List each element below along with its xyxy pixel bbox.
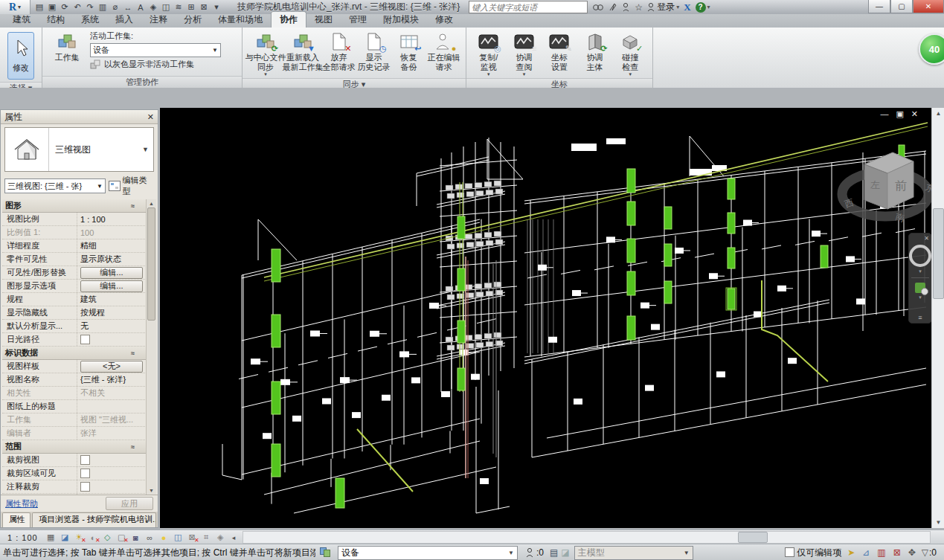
property-value[interactable]: 显示原状态	[77, 253, 147, 265]
select-links-toggle-icon[interactable]: ➤	[847, 547, 855, 558]
detail-level-icon[interactable]: ▦	[45, 532, 57, 543]
tab-结构[interactable]: 结构	[39, 12, 73, 28]
apply-button[interactable]: 应用	[106, 497, 153, 510]
shadows-off-icon[interactable]: ◐✕	[87, 532, 100, 543]
group-header-图形[interactable]: 图形≈	[2, 199, 147, 213]
property-value[interactable]: 编辑...	[77, 280, 147, 292]
zoom-icon[interactable]	[915, 283, 925, 293]
scroll-down-icon[interactable]: ▼	[936, 517, 942, 528]
coordination-review-button[interactable]: ≡协调查阅▾	[507, 30, 542, 78]
temporary-hide-isolate-icon[interactable]: ∞	[144, 532, 156, 543]
chevron-down-icon[interactable]: ▾	[919, 295, 922, 300]
edit-button[interactable]: 编辑...	[80, 280, 143, 292]
property-value[interactable]	[77, 333, 147, 346]
selection-box-icon[interactable]: ◈	[214, 532, 227, 543]
chevron-down-icon[interactable]: ▾	[919, 268, 922, 274]
property-value[interactable]	[77, 480, 147, 493]
scroll-up-icon[interactable]: ▲	[936, 108, 942, 119]
property-value[interactable]: 视图 "三维视...	[77, 413, 147, 426]
analytical-model-icon[interactable]: ⌗	[200, 532, 213, 543]
restore-backup-button[interactable]: ↩恢复备份	[391, 30, 426, 78]
property-value[interactable]: 无	[77, 320, 147, 332]
view-restore-icon[interactable]: ▣	[896, 109, 903, 119]
view-close-icon[interactable]: ✕	[911, 109, 918, 119]
property-value[interactable]: 建筑	[77, 293, 147, 306]
close-icon[interactable]: ✕	[924, 235, 929, 242]
view-minimize-icon[interactable]: —	[880, 109, 888, 119]
tab-注释[interactable]: 注释	[141, 12, 176, 28]
editable-only-checkbox[interactable]: 仅可编辑项	[785, 547, 841, 559]
property-value[interactable]: <无>	[77, 360, 147, 373]
tab-管理[interactable]: 管理	[341, 12, 375, 28]
instance-selector[interactable]: 三维视图: {三维 - 张}▼	[4, 178, 106, 193]
gray-inactive-worksets-toggle[interactable]: 以灰色显示非活动工作集	[90, 59, 221, 70]
view-scale-button[interactable]: 1 : 100	[0, 533, 44, 542]
minimize-button[interactable]: —	[868, 0, 890, 13]
editing-requests-button[interactable]: ●正在编辑请求	[426, 30, 461, 78]
communication-badge[interactable]: 40	[919, 33, 944, 65]
drag-elements-toggle-icon[interactable]: ⊠	[893, 547, 901, 558]
maximize-button[interactable]: ▢	[890, 0, 913, 13]
properties-title-bar[interactable]: 属性 ✕	[1, 110, 158, 124]
close-button[interactable]: ✕	[913, 0, 944, 13]
scroll-left-icon[interactable]: ◂	[228, 534, 240, 541]
tab-插入[interactable]: 插入	[107, 12, 141, 28]
group-header-范围[interactable]: 范围≈	[2, 440, 147, 454]
checkbox[interactable]	[80, 482, 90, 492]
modify-button[interactable]: 修改	[7, 32, 34, 80]
edit-button[interactable]: 编辑...	[80, 267, 143, 279]
view-cube[interactable]: 西南东前左	[829, 136, 931, 236]
reload-latest-button[interactable]: ▼重新载入最新工作集	[284, 30, 321, 78]
editing-requests-indicator[interactable]: :0	[525, 547, 544, 558]
property-value[interactable]: 精细	[77, 239, 147, 252]
relinquish-all-button[interactable]: ✕放弃全部请求	[321, 30, 356, 78]
checkbox[interactable]	[80, 455, 90, 465]
palette-tab-project-browser[interactable]: 项目浏览器 - 技师学院机电培训...	[32, 512, 156, 527]
tab-附加模块[interactable]: 附加模块	[375, 12, 427, 28]
rendering-dialog-icon[interactable]: ◇	[101, 532, 114, 543]
properties-scrollbar[interactable]: ▲ ▼	[146, 199, 156, 495]
horizontal-scrollbar[interactable]	[243, 531, 931, 544]
show-history-button[interactable]: ◷显示历史记录	[356, 30, 391, 78]
type-selector[interactable]: 三维视图 ▼	[4, 127, 154, 172]
drawing-area[interactable]: — ▣ ✕ 西南东前左 ✕ ▾ ▾ ≡	[160, 108, 931, 528]
tab-建筑[interactable]: 建筑	[4, 12, 39, 28]
scrollbar-thumb[interactable]	[738, 532, 768, 543]
sync-central-button[interactable]: ⟳与中心文件同步▾	[247, 30, 284, 78]
property-value[interactable]: {三维 - 张洋}	[77, 373, 147, 386]
interference-check-button[interactable]: ✓碰撞检查▾	[612, 30, 648, 78]
coordinates-button[interactable]: ✎坐标设置	[542, 30, 577, 78]
checkbox[interactable]	[80, 469, 90, 478]
properties-help-link[interactable]: 属性帮助	[5, 498, 38, 509]
reveal-hidden-elements-icon[interactable]: ●	[158, 532, 170, 543]
scrollbar-thumb[interactable]	[147, 207, 155, 321]
favorites-icon[interactable]: ☆	[635, 2, 643, 13]
tab-系统[interactable]: 系统	[73, 12, 107, 28]
scroll-down-icon[interactable]: ▼	[149, 486, 154, 495]
property-value[interactable]: 张洋	[77, 427, 147, 440]
property-value[interactable]	[77, 400, 147, 413]
help-button[interactable]: ?▾	[696, 2, 710, 13]
tab-协作[interactable]: 协作	[271, 11, 306, 28]
tab-体量和场地[interactable]: 体量和场地	[210, 12, 271, 28]
crop-region-icon[interactable]: ◙	[129, 532, 142, 543]
active-workset-status-dropdown[interactable]: 设备▼	[338, 546, 518, 560]
select-underlay-toggle-icon[interactable]: ⊿	[862, 547, 870, 558]
worksets-button[interactable]: 工作集	[47, 30, 87, 63]
edit-type-button[interactable]: 编辑类型	[109, 175, 154, 197]
active-workset-dropdown[interactable]: 设备▼	[90, 43, 221, 57]
property-value[interactable]: 不相关	[77, 387, 147, 399]
sun-path-off-icon[interactable]: ☀✕	[73, 532, 86, 543]
coordination-host-button[interactable]: ⟳协调主体	[577, 30, 613, 78]
design-option-dropdown[interactable]: 主模型▼	[574, 546, 693, 560]
visual-style-icon[interactable]: ◪	[59, 532, 71, 543]
copy-monitor-button[interactable]: ◎复制/监视▾	[471, 30, 507, 78]
property-value[interactable]: 1 : 100	[77, 213, 147, 225]
property-value[interactable]	[77, 467, 147, 480]
sign-in-button[interactable]: 登录 ▾	[647, 1, 679, 13]
filter-indicator[interactable]: ▽ :0	[922, 547, 937, 558]
design-options-icon[interactable]: ▤	[550, 547, 558, 558]
communication-center-icon[interactable]	[622, 2, 630, 12]
checkbox[interactable]	[80, 335, 90, 344]
search-icon[interactable]	[592, 3, 604, 12]
